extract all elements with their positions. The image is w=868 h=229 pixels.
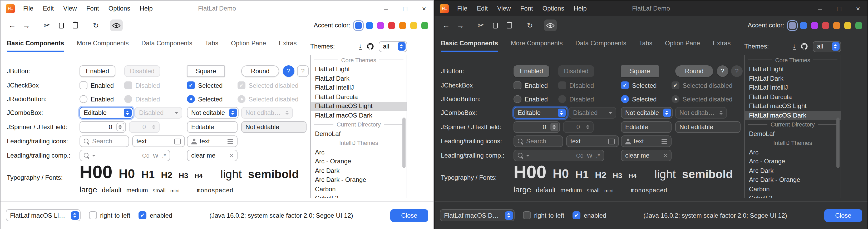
- round-button[interactable]: Round: [241, 65, 279, 77]
- theme-list-item[interactable]: Arc: [311, 148, 407, 157]
- github-icon[interactable]: [367, 43, 374, 50]
- calendar-icon[interactable]: [174, 138, 181, 144]
- right-to-left-checkbox[interactable]: right-to-left: [89, 211, 130, 219]
- accent-color-swatch[interactable]: [355, 22, 362, 29]
- theme-list-item[interactable]: FlatLaf macOS Light: [311, 102, 407, 111]
- theme-list-item[interactable]: Carbon: [745, 184, 841, 194]
- spinner[interactable]: 0: [514, 121, 560, 133]
- accent-color-swatch[interactable]: [377, 22, 384, 29]
- clear-me-field[interactable]: clear me×: [621, 150, 672, 161]
- disabled-button[interactable]: Disabled: [124, 65, 160, 77]
- accent-color-swatch[interactable]: [410, 22, 417, 29]
- clear-icon[interactable]: ×: [664, 152, 667, 159]
- radio-selected[interactable]: Selected: [187, 95, 222, 103]
- clear-icon[interactable]: ×: [230, 152, 233, 159]
- search-options-field[interactable]: Cc W .*: [514, 150, 604, 161]
- spinner-disabled[interactable]: 0: [563, 121, 594, 133]
- radio-disabled[interactable]: Disabled: [124, 95, 160, 103]
- accent-color-swatch[interactable]: [822, 22, 829, 29]
- combobox-not-editable-disabled[interactable]: Not editable dis…: [241, 107, 293, 119]
- themes-scrollbar[interactable]: [402, 117, 406, 168]
- tab[interactable]: Extras: [713, 39, 731, 52]
- help-button-secondary[interactable]: ?: [297, 65, 309, 77]
- cut-icon[interactable]: ✂: [474, 20, 487, 31]
- lookandfeel-combobox[interactable]: FlatLaf macOS Li…: [6, 209, 81, 221]
- theme-list-item[interactable]: IntelliJ Themes: [745, 138, 841, 148]
- accent-color-swatch[interactable]: [366, 22, 373, 29]
- theme-list-item[interactable]: Core Themes: [311, 55, 407, 64]
- combobox-disabled[interactable]: Disabled: [569, 107, 616, 119]
- theme-list-item[interactable]: FlatLaf Light: [311, 64, 407, 74]
- menu-item[interactable]: Edit: [477, 5, 488, 12]
- checkbox-selected[interactable]: Selected: [187, 81, 222, 89]
- menu-item[interactable]: Options: [108, 5, 130, 12]
- enabled-button[interactable]: Enabled: [514, 65, 549, 77]
- theme-list-item[interactable]: FlatLaf Dark: [311, 74, 407, 83]
- theme-list-item[interactable]: Current Directory: [745, 120, 841, 129]
- themes-filter-combobox[interactable]: all: [379, 41, 407, 52]
- right-to-left-checkbox[interactable]: right-to-left: [523, 211, 564, 219]
- theme-list-item[interactable]: FlatLaf Dark: [745, 74, 841, 83]
- minimize-button[interactable]: –: [377, 1, 396, 16]
- accent-color-swatch[interactable]: [421, 22, 428, 29]
- combobox-editable[interactable]: Editable: [80, 107, 133, 119]
- theme-list-item[interactable]: FlatLaf IntelliJ: [745, 83, 841, 92]
- match-case-button[interactable]: Cc: [142, 152, 149, 159]
- tab[interactable]: Basic Components: [441, 39, 498, 52]
- date-field[interactable]: text: [132, 136, 185, 147]
- menu-icon[interactable]: [661, 139, 667, 144]
- back-icon[interactable]: ←: [6, 20, 19, 31]
- help-button[interactable]: ?: [283, 65, 294, 77]
- enabled-checkbox[interactable]: enabled: [573, 211, 606, 219]
- radio-disabled[interactable]: Disabled: [558, 95, 594, 103]
- menu-item[interactable]: Help: [574, 5, 587, 12]
- theme-list-item[interactable]: FlatLaf macOS Dark: [311, 111, 407, 120]
- combobox-not-editable[interactable]: Not editable: [187, 107, 239, 119]
- tab[interactable]: Extras: [279, 39, 297, 52]
- whole-words-button[interactable]: W: [153, 152, 158, 159]
- radio-selected-disabled[interactable]: Selected disabled: [672, 95, 733, 103]
- square-button[interactable]: Square: [621, 65, 659, 77]
- theme-list-item[interactable]: Current Directory: [311, 120, 407, 129]
- theme-list-item[interactable]: Cobalt 2: [745, 194, 841, 198]
- maximize-button[interactable]: □: [396, 1, 414, 16]
- menu-item[interactable]: View: [497, 5, 511, 12]
- theme-list-item[interactable]: FlatLaf Darcula: [311, 92, 407, 102]
- user-field[interactable]: text: [187, 136, 238, 147]
- accent-color-swatch[interactable]: [811, 22, 818, 29]
- textfield-editable[interactable]: Editable: [187, 121, 238, 133]
- checkbox-selected-disabled[interactable]: Selected disabled: [672, 81, 733, 89]
- show-hover-eye-icon[interactable]: [544, 20, 557, 31]
- textfield-editable[interactable]: Editable: [621, 121, 672, 133]
- github-icon[interactable]: [801, 43, 808, 50]
- lookandfeel-combobox[interactable]: FlatLaf macOS D…: [440, 209, 515, 221]
- menu-item[interactable]: Help: [140, 5, 153, 12]
- theme-list-item[interactable]: Carbon: [311, 184, 407, 194]
- chevron-down-icon[interactable]: [92, 155, 95, 156]
- user-field[interactable]: text: [621, 136, 672, 147]
- radio-enabled[interactable]: Enabled: [80, 95, 114, 103]
- whole-words-button[interactable]: W: [587, 152, 592, 159]
- calendar-icon[interactable]: [608, 138, 615, 144]
- accent-color-swatch[interactable]: [388, 22, 395, 29]
- regex-button[interactable]: .*: [596, 152, 600, 159]
- theme-list-item[interactable]: Core Themes: [745, 55, 841, 64]
- theme-list-item[interactable]: FlatLaf Light: [745, 64, 841, 74]
- close-window-button[interactable]: ×: [848, 1, 867, 16]
- menu-item[interactable]: Options: [542, 5, 564, 12]
- theme-list-item[interactable]: Arc - Orange: [311, 157, 407, 166]
- refresh-icon[interactable]: ↻: [524, 20, 536, 31]
- theme-list-item[interactable]: FlatLaf Darcula: [745, 92, 841, 102]
- theme-list-item[interactable]: Arc Dark - Orange: [311, 175, 407, 184]
- accent-color-swatch[interactable]: [789, 22, 796, 29]
- menu-item[interactable]: Font: [520, 5, 533, 12]
- menu-item[interactable]: Edit: [43, 5, 54, 12]
- theme-list-item[interactable]: Arc Dark: [311, 166, 407, 175]
- combobox-disabled[interactable]: Disabled: [135, 107, 182, 119]
- spinner-disabled[interactable]: 0: [129, 121, 160, 133]
- theme-list-item[interactable]: FlatLaf macOS Light: [745, 102, 841, 111]
- copy-icon[interactable]: [55, 20, 67, 31]
- combobox-not-editable[interactable]: Not editable: [621, 107, 673, 119]
- copy-icon[interactable]: [489, 20, 501, 31]
- show-hover-eye-icon[interactable]: [110, 20, 123, 31]
